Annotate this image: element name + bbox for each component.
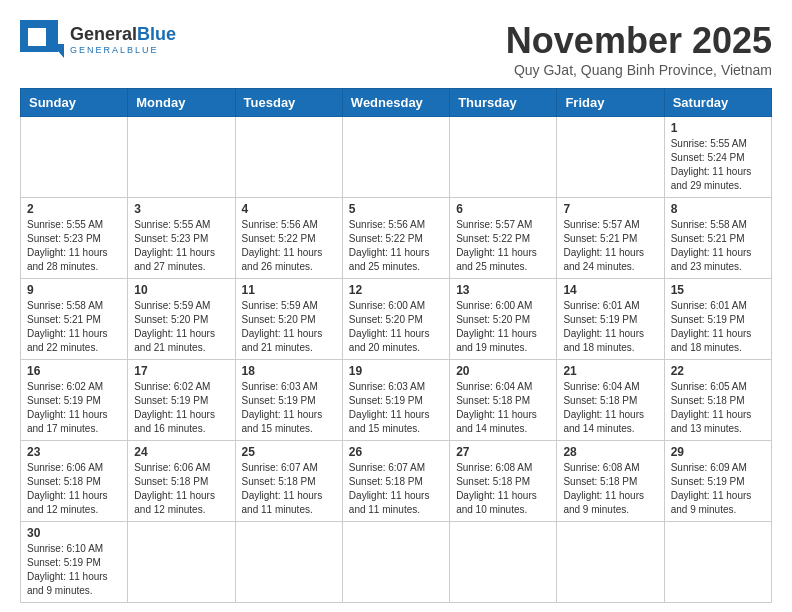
calendar-cell: 1Sunrise: 5:55 AMSunset: 5:24 PMDaylight… — [664, 117, 771, 198]
calendar-cell: 19Sunrise: 6:03 AMSunset: 5:19 PMDayligh… — [342, 360, 449, 441]
calendar-cell: 16Sunrise: 6:02 AMSunset: 5:19 PMDayligh… — [21, 360, 128, 441]
calendar-cell: 28Sunrise: 6:08 AMSunset: 5:18 PMDayligh… — [557, 441, 664, 522]
logo-name: GeneralBlue — [70, 24, 176, 45]
calendar-cell: 23Sunrise: 6:06 AMSunset: 5:18 PMDayligh… — [21, 441, 128, 522]
col-thursday: Thursday — [450, 89, 557, 117]
col-tuesday: Tuesday — [235, 89, 342, 117]
title-area: November 2025 Quy GJat, Quang Binh Provi… — [506, 20, 772, 78]
logo-blue-text: Blue — [137, 24, 176, 44]
calendar-cell: 15Sunrise: 6:01 AMSunset: 5:19 PMDayligh… — [664, 279, 771, 360]
day-info: Sunrise: 6:00 AMSunset: 5:20 PMDaylight:… — [349, 299, 443, 355]
calendar-cell: 24Sunrise: 6:06 AMSunset: 5:18 PMDayligh… — [128, 441, 235, 522]
day-number: 15 — [671, 283, 765, 297]
calendar-cell: 7Sunrise: 5:57 AMSunset: 5:21 PMDaylight… — [557, 198, 664, 279]
month-title: November 2025 — [506, 20, 772, 62]
calendar-week-2: 9Sunrise: 5:58 AMSunset: 5:21 PMDaylight… — [21, 279, 772, 360]
day-info: Sunrise: 6:09 AMSunset: 5:19 PMDaylight:… — [671, 461, 765, 517]
day-info: Sunrise: 6:00 AMSunset: 5:20 PMDaylight:… — [456, 299, 550, 355]
day-info: Sunrise: 6:07 AMSunset: 5:18 PMDaylight:… — [349, 461, 443, 517]
day-info: Sunrise: 6:03 AMSunset: 5:19 PMDaylight:… — [242, 380, 336, 436]
day-number: 7 — [563, 202, 657, 216]
calendar-week-0: 1Sunrise: 5:55 AMSunset: 5:24 PMDaylight… — [21, 117, 772, 198]
calendar-cell — [557, 117, 664, 198]
day-info: Sunrise: 5:57 AMSunset: 5:22 PMDaylight:… — [456, 218, 550, 274]
logo-white-inner — [28, 28, 46, 46]
calendar-cell: 22Sunrise: 6:05 AMSunset: 5:18 PMDayligh… — [664, 360, 771, 441]
day-info: Sunrise: 6:05 AMSunset: 5:18 PMDaylight:… — [671, 380, 765, 436]
col-wednesday: Wednesday — [342, 89, 449, 117]
day-info: Sunrise: 5:59 AMSunset: 5:20 PMDaylight:… — [134, 299, 228, 355]
calendar-week-5: 30Sunrise: 6:10 AMSunset: 5:19 PMDayligh… — [21, 522, 772, 603]
day-number: 20 — [456, 364, 550, 378]
calendar-cell — [450, 522, 557, 603]
day-number: 13 — [456, 283, 550, 297]
day-info: Sunrise: 6:10 AMSunset: 5:19 PMDaylight:… — [27, 542, 121, 598]
calendar-cell — [128, 522, 235, 603]
day-info: Sunrise: 6:02 AMSunset: 5:19 PMDaylight:… — [134, 380, 228, 436]
calendar-cell: 9Sunrise: 5:58 AMSunset: 5:21 PMDaylight… — [21, 279, 128, 360]
day-info: Sunrise: 5:59 AMSunset: 5:20 PMDaylight:… — [242, 299, 336, 355]
day-number: 16 — [27, 364, 121, 378]
calendar-cell: 6Sunrise: 5:57 AMSunset: 5:22 PMDaylight… — [450, 198, 557, 279]
day-number: 10 — [134, 283, 228, 297]
logo: GeneralBlue generalblue — [20, 20, 176, 58]
calendar-table: Sunday Monday Tuesday Wednesday Thursday… — [20, 88, 772, 603]
calendar-cell: 11Sunrise: 5:59 AMSunset: 5:20 PMDayligh… — [235, 279, 342, 360]
calendar-cell: 27Sunrise: 6:08 AMSunset: 5:18 PMDayligh… — [450, 441, 557, 522]
day-number: 18 — [242, 364, 336, 378]
calendar-cell: 10Sunrise: 5:59 AMSunset: 5:20 PMDayligh… — [128, 279, 235, 360]
day-info: Sunrise: 6:08 AMSunset: 5:18 PMDaylight:… — [563, 461, 657, 517]
calendar-cell — [342, 117, 449, 198]
day-info: Sunrise: 6:04 AMSunset: 5:18 PMDaylight:… — [456, 380, 550, 436]
day-number: 22 — [671, 364, 765, 378]
col-friday: Friday — [557, 89, 664, 117]
calendar-cell: 30Sunrise: 6:10 AMSunset: 5:19 PMDayligh… — [21, 522, 128, 603]
day-info: Sunrise: 6:08 AMSunset: 5:18 PMDaylight:… — [456, 461, 550, 517]
day-number: 30 — [27, 526, 121, 540]
day-info: Sunrise: 6:03 AMSunset: 5:19 PMDaylight:… — [349, 380, 443, 436]
calendar-cell — [235, 117, 342, 198]
calendar-cell — [21, 117, 128, 198]
logo-tagline: generalblue — [70, 45, 176, 55]
day-number: 24 — [134, 445, 228, 459]
location-subtitle: Quy GJat, Quang Binh Province, Vietnam — [506, 62, 772, 78]
col-monday: Monday — [128, 89, 235, 117]
day-number: 1 — [671, 121, 765, 135]
day-number: 5 — [349, 202, 443, 216]
col-sunday: Sunday — [21, 89, 128, 117]
calendar-body: 1Sunrise: 5:55 AMSunset: 5:24 PMDaylight… — [21, 117, 772, 603]
calendar-cell — [557, 522, 664, 603]
day-info: Sunrise: 6:01 AMSunset: 5:19 PMDaylight:… — [671, 299, 765, 355]
calendar-cell: 14Sunrise: 6:01 AMSunset: 5:19 PMDayligh… — [557, 279, 664, 360]
day-info: Sunrise: 6:06 AMSunset: 5:18 PMDaylight:… — [134, 461, 228, 517]
day-info: Sunrise: 5:56 AMSunset: 5:22 PMDaylight:… — [349, 218, 443, 274]
day-number: 27 — [456, 445, 550, 459]
day-number: 29 — [671, 445, 765, 459]
calendar-header-row: Sunday Monday Tuesday Wednesday Thursday… — [21, 89, 772, 117]
calendar-cell: 21Sunrise: 6:04 AMSunset: 5:18 PMDayligh… — [557, 360, 664, 441]
day-number: 25 — [242, 445, 336, 459]
day-info: Sunrise: 5:55 AMSunset: 5:23 PMDaylight:… — [27, 218, 121, 274]
calendar-week-1: 2Sunrise: 5:55 AMSunset: 5:23 PMDaylight… — [21, 198, 772, 279]
calendar-cell: 4Sunrise: 5:56 AMSunset: 5:22 PMDaylight… — [235, 198, 342, 279]
day-number: 4 — [242, 202, 336, 216]
calendar-cell: 12Sunrise: 6:00 AMSunset: 5:20 PMDayligh… — [342, 279, 449, 360]
day-number: 17 — [134, 364, 228, 378]
logo-text-area: GeneralBlue generalblue — [70, 24, 176, 55]
day-number: 12 — [349, 283, 443, 297]
calendar-cell: 18Sunrise: 6:03 AMSunset: 5:19 PMDayligh… — [235, 360, 342, 441]
calendar-cell: 3Sunrise: 5:55 AMSunset: 5:23 PMDaylight… — [128, 198, 235, 279]
day-number: 19 — [349, 364, 443, 378]
day-number: 6 — [456, 202, 550, 216]
day-info: Sunrise: 5:58 AMSunset: 5:21 PMDaylight:… — [27, 299, 121, 355]
calendar-cell — [235, 522, 342, 603]
day-number: 28 — [563, 445, 657, 459]
day-info: Sunrise: 5:55 AMSunset: 5:23 PMDaylight:… — [134, 218, 228, 274]
day-number: 21 — [563, 364, 657, 378]
day-number: 23 — [27, 445, 121, 459]
calendar-cell — [664, 522, 771, 603]
calendar-cell: 17Sunrise: 6:02 AMSunset: 5:19 PMDayligh… — [128, 360, 235, 441]
day-number: 8 — [671, 202, 765, 216]
day-info: Sunrise: 6:04 AMSunset: 5:18 PMDaylight:… — [563, 380, 657, 436]
day-info: Sunrise: 5:56 AMSunset: 5:22 PMDaylight:… — [242, 218, 336, 274]
